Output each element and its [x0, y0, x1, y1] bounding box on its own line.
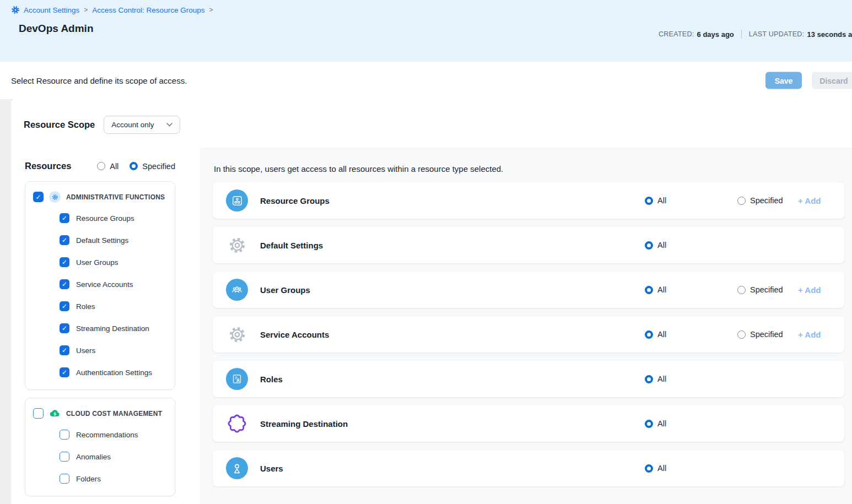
resource-row: User Groups All Specified + Add	[213, 272, 844, 308]
breadcrumb-account-settings[interactable]: Account Settings	[24, 6, 79, 14]
settings-gear-icon	[11, 6, 20, 14]
group-icon	[49, 191, 61, 203]
group-checkbox[interactable]	[33, 192, 44, 202]
item-checkbox[interactable]	[60, 367, 69, 377]
resource-row: Service Accounts All Specified + Add	[213, 316, 844, 353]
content-card: Resource Scope Account only Resources Al…	[11, 99, 852, 504]
chevron-right-icon: >	[209, 6, 213, 14]
resources-radio-all[interactable]: All	[97, 162, 118, 171]
gear-icon	[228, 326, 246, 344]
add-link[interactable]: + Add	[798, 196, 822, 205]
item-label: User Groups	[76, 258, 118, 267]
created-value: 6 days ago	[697, 30, 734, 39]
created-label: CREATED:	[659, 30, 694, 38]
resource-row: Roles All Specified + Add	[213, 361, 844, 397]
item-checkbox[interactable]	[60, 345, 69, 355]
group-checkbox[interactable]	[33, 408, 44, 419]
add-link[interactable]: + Add	[798, 330, 822, 339]
row-radio-all[interactable]: All	[645, 241, 737, 250]
row-radio-specified[interactable]: Specified	[737, 196, 798, 205]
sidebar-item[interactable]: Anomalies	[60, 446, 167, 468]
radio-icon[interactable]	[737, 197, 746, 205]
sidebar-item[interactable]: Streaming Destination	[60, 317, 167, 339]
radio-icon[interactable]	[645, 241, 653, 250]
item-label: Folders	[76, 475, 101, 483]
item-checkbox[interactable]	[60, 323, 69, 333]
radio-icon[interactable]	[645, 375, 653, 383]
divider	[741, 30, 742, 39]
resource-type-label: Users	[260, 464, 283, 473]
sidebar-item[interactable]: Default Settings	[60, 229, 167, 251]
radio-icon[interactable]	[130, 162, 138, 170]
radio-icon[interactable]	[737, 330, 746, 339]
sidebar-item[interactable]: User Groups	[60, 251, 167, 273]
resource-row: Users All Specified + Add	[213, 450, 844, 486]
group-header: $ CLOUD COST MANAGEMENT	[33, 408, 167, 419]
scope-panel: In this scope, users get access to all r…	[199, 148, 852, 504]
sidebar-item[interactable]: Roles	[60, 295, 167, 317]
row-radio-all[interactable]: All	[645, 285, 737, 294]
item-checkbox[interactable]	[60, 213, 69, 223]
resource-type-label: Service Accounts	[260, 330, 329, 339]
breadcrumb: Account Settings > Access Control: Resou…	[11, 6, 841, 14]
add-link[interactable]: + Add	[798, 285, 822, 295]
radio-icon[interactable]	[645, 286, 653, 294]
sidebar-item[interactable]: Users	[60, 339, 167, 361]
item-label: Service Accounts	[76, 280, 133, 289]
chevron-right-icon: >	[84, 6, 88, 14]
radio-icon[interactable]	[97, 162, 105, 170]
resource-type-icon	[226, 326, 248, 344]
users-icon	[226, 457, 248, 479]
resource-scope-select[interactable]: Account only	[104, 116, 180, 134]
resource-group-card: ADMINISTRATIVE FUNCTIONS Resource Groups…	[25, 181, 175, 390]
resource-type-icon	[226, 279, 248, 301]
item-checkbox[interactable]	[60, 235, 69, 245]
resource-type-label: User Groups	[260, 285, 310, 295]
item-checkbox[interactable]	[60, 474, 69, 484]
group-icon: $	[49, 408, 61, 419]
radio-icon[interactable]	[737, 286, 746, 294]
user-groups-icon	[226, 279, 248, 301]
row-radio-all[interactable]: All	[645, 330, 737, 339]
sidebar-item[interactable]: Service Accounts	[60, 273, 167, 295]
row-radio-all[interactable]: All	[645, 464, 737, 473]
resource-row: Resource Groups All Specified + Add	[213, 182, 844, 219]
radio-icon[interactable]	[645, 464, 653, 473]
scope-intro-text: In this scope, users get access to all r…	[214, 164, 844, 174]
breadcrumb-access-control[interactable]: Access Control: Resource Groups	[92, 6, 204, 14]
streaming-destination-icon	[227, 414, 247, 433]
item-label: Streaming Destination	[76, 324, 149, 333]
header-meta: CREATED: 6 days ago LAST UPDATED: 13 sec…	[659, 30, 852, 39]
sidebar-item[interactable]: Resource Groups	[60, 207, 167, 229]
item-checkbox[interactable]	[60, 257, 69, 267]
resource-row: Default Settings All Specified + Add	[213, 227, 844, 263]
item-label: Roles	[76, 302, 95, 311]
resources-radio-specified[interactable]: Specified	[130, 162, 175, 171]
resource-type-icon	[226, 236, 248, 254]
toolbar-instruction: Select Resource and define its scope of …	[11, 76, 187, 85]
row-radio-all[interactable]: All	[645, 375, 737, 383]
row-radio-all[interactable]: All	[645, 419, 737, 428]
item-checkbox[interactable]	[60, 301, 69, 311]
row-radio-specified[interactable]: Specified	[737, 330, 798, 339]
item-checkbox[interactable]	[60, 279, 69, 289]
save-button[interactable]: Save	[765, 72, 802, 89]
item-label: Authentication Settings	[76, 368, 152, 377]
radio-icon[interactable]	[645, 197, 653, 205]
discard-button[interactable]: Discard	[812, 72, 852, 89]
item-checkbox[interactable]	[60, 430, 69, 440]
sidebar-item[interactable]: Authentication Settings	[60, 361, 167, 383]
group-label: ADMINISTRATIVE FUNCTIONS	[66, 193, 165, 201]
row-radio-specified[interactable]: Specified	[737, 285, 798, 294]
radio-icon[interactable]	[645, 330, 653, 339]
sidebar-item[interactable]: Folders	[60, 468, 167, 490]
sidebar-item[interactable]: Recommendations	[60, 424, 167, 446]
page-header: Account Settings > Access Control: Resou…	[0, 0, 852, 62]
item-label: Anomalies	[76, 453, 111, 461]
row-radio-all[interactable]: All	[645, 196, 737, 205]
radio-icon[interactable]	[645, 420, 653, 428]
resource-groups-icon	[226, 189, 248, 212]
item-checkbox[interactable]	[60, 452, 69, 462]
group-label: CLOUD COST MANAGEMENT	[66, 410, 162, 418]
resource-type-icon	[226, 414, 248, 433]
